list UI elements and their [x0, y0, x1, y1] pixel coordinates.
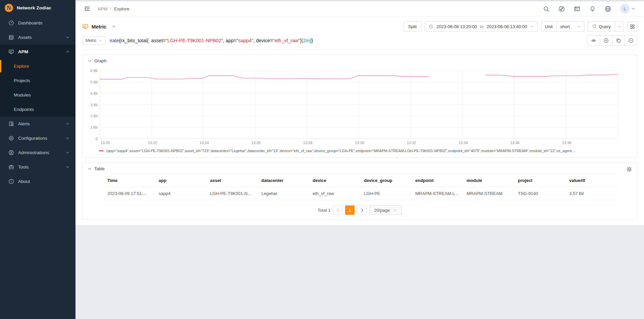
- sidebar-item-about[interactable]: About: [0, 174, 75, 189]
- chart-gridlines: [100, 71, 618, 139]
- chevron-down-icon: [66, 36, 69, 39]
- menu-fold-icon[interactable]: [84, 6, 90, 12]
- preview-button[interactable]: [587, 36, 600, 46]
- chevron-down-icon[interactable]: [112, 25, 116, 28]
- eye-icon: [591, 38, 596, 43]
- refresh-icon: [592, 24, 597, 29]
- lightbulb-icon[interactable]: [589, 6, 596, 12]
- line-chart[interactable]: 01 Bil2 Bil3 Bil4 Bil5 Bil6 Bil13:2013:2…: [88, 66, 631, 148]
- column-header: Time: [105, 174, 156, 187]
- table-row[interactable]: 2023-06-09 17:51:...sapp4LGH-PE-T9K001-N…: [105, 187, 618, 200]
- query-token: app=: [226, 38, 237, 43]
- next-page-button[interactable]: [357, 205, 367, 215]
- page-size-value: 20/page: [374, 208, 390, 213]
- terminal-icon[interactable]: [574, 6, 580, 12]
- svg-text:13:38: 13:38: [562, 141, 572, 145]
- unit-value: short: [560, 24, 570, 29]
- query-token: rx_bits_total{: [121, 38, 151, 43]
- background-filler: [75, 225, 644, 319]
- apm-icon: [8, 49, 14, 55]
- globe-icon[interactable]: [605, 6, 611, 12]
- table-section-title: Table: [94, 166, 105, 171]
- link-circle-icon[interactable]: [558, 6, 565, 12]
- copy-query-button[interactable]: [612, 36, 625, 46]
- user-circle-icon: [8, 150, 14, 155]
- prev-page-button[interactable]: [333, 205, 342, 215]
- metric-chart-icon: [82, 23, 89, 30]
- chart-legend-item[interactable]: {app="sapp4",asset="LGH-PE-T9K001-NPB02"…: [99, 149, 632, 153]
- user-menu[interactable]: L: [620, 4, 635, 13]
- header-actions: L: [543, 4, 635, 13]
- table-settings-gear-icon[interactable]: [626, 166, 632, 172]
- svg-text:13:28: 13:28: [303, 141, 313, 145]
- layout-grid-button[interactable]: [627, 21, 637, 31]
- query-token: device=: [256, 38, 273, 43]
- sidebar-item-explore[interactable]: Explore: [0, 59, 75, 73]
- assets-icon: [8, 35, 14, 40]
- table-card-header[interactable]: Table: [88, 166, 632, 171]
- query-button-label: Query: [599, 24, 611, 29]
- sidebar-item-apm[interactable]: APM: [0, 45, 75, 59]
- svg-text:13:22: 13:22: [148, 141, 157, 145]
- column-header: value#0: [567, 174, 618, 187]
- sidebar-item-administrations[interactable]: Administrations: [0, 145, 75, 160]
- table-cell: LGH-PE: [361, 187, 413, 200]
- column-header: device: [310, 174, 361, 187]
- alerts-icon: [8, 121, 14, 127]
- query-dropdown-button[interactable]: [615, 21, 624, 31]
- time-range-picker[interactable]: 2023-06-08 13:20:00 to 2023-06-08 13:40:…: [425, 21, 537, 31]
- sidebar-item-dashboards[interactable]: Dashboards: [0, 16, 75, 30]
- graph-section-title: Graph: [94, 58, 106, 63]
- column-header: asset: [207, 174, 259, 187]
- svg-text:13:24: 13:24: [200, 141, 209, 145]
- query-type-value: Metric: [86, 38, 97, 43]
- query-token: "eth_vf_raw": [273, 38, 300, 43]
- query-type-select[interactable]: Metric: [82, 36, 106, 45]
- sidebar-item-endpoints[interactable]: Endpoints: [0, 102, 75, 117]
- brand-logo: N: [4, 3, 13, 12]
- query-row: Metric irate(rx_bits_total{ asset="LGH-P…: [82, 35, 637, 50]
- breadcrumb-apm[interactable]: APM: [98, 6, 107, 11]
- sidebar-apm-group: APM Explore Projects Modules Endpoints: [0, 45, 75, 117]
- sidebar-item-label: Dashboards: [18, 20, 43, 25]
- table-cell: eth_vf_raw: [310, 187, 361, 200]
- column-header: module: [464, 174, 515, 187]
- add-query-button[interactable]: [600, 36, 612, 46]
- sidebar-item-configurations[interactable]: Configurations: [0, 131, 75, 145]
- split-button[interactable]: Split: [404, 21, 421, 31]
- search-icon[interactable]: [543, 6, 549, 12]
- chevron-down-icon: [66, 137, 69, 139]
- query-expression-input[interactable]: irate(rx_bits_total{ asset="LGH-PE-T9K00…: [110, 38, 583, 43]
- remove-query-button[interactable]: [625, 36, 637, 46]
- sidebar-item-tools[interactable]: Tools: [0, 160, 75, 174]
- query-token: "LGH-PE-T9K001-NPB02": [166, 38, 223, 43]
- sidebar-item-modules[interactable]: Modules: [0, 88, 75, 102]
- chevron-down-icon: [530, 25, 534, 28]
- page-size-select[interactable]: 20/page: [369, 205, 402, 215]
- chart-axis-labels: 01 Bil2 Bil3 Bil4 Bil5 Bil6 Bil13:2013:2…: [91, 69, 572, 145]
- sidebar-item-projects[interactable]: Projects: [0, 73, 75, 88]
- page-number-button[interactable]: 1: [345, 205, 355, 215]
- time-from: 2023-06-08 13:20:00: [436, 24, 477, 29]
- svg-text:13:30: 13:30: [355, 141, 364, 145]
- svg-text:13:36: 13:36: [510, 141, 520, 145]
- svg-text:5 Bil: 5 Bil: [91, 80, 98, 84]
- sidebar-item-label: Alerts: [18, 121, 30, 126]
- svg-text:13:32: 13:32: [407, 141, 416, 145]
- sidebar-item-alerts[interactable]: Alerts: [0, 117, 75, 131]
- sidebar-item-assets[interactable]: Assets: [0, 30, 75, 45]
- pagination-total: Total 1: [318, 208, 330, 213]
- table-cell: 3.57 Bil: [567, 187, 618, 200]
- brand-name: Network Zodiac: [17, 5, 51, 10]
- top-header: APM / Explore: [75, 0, 644, 16]
- query-token: [2m]: [302, 38, 311, 43]
- graph-card-header[interactable]: Graph: [88, 58, 632, 63]
- grid-icon: [630, 24, 635, 29]
- query-button[interactable]: Query: [588, 21, 615, 31]
- avatar[interactable]: L: [620, 4, 630, 13]
- unit-select[interactable]: short: [556, 21, 584, 31]
- active-indicator-bar: [0, 60, 1, 72]
- chevron-down-icon: [99, 40, 102, 42]
- minus-circle-icon: [628, 38, 634, 43]
- query-token: asset=: [151, 38, 166, 43]
